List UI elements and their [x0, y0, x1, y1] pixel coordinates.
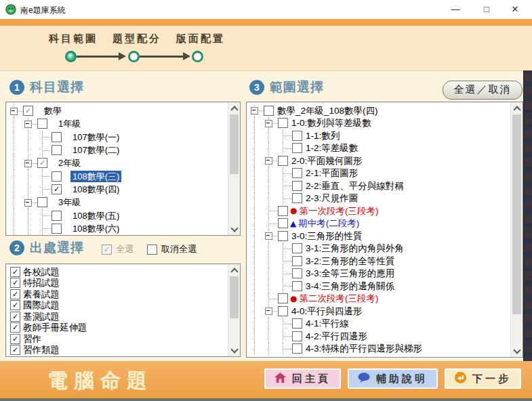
expander-minus-icon[interactable]	[24, 121, 32, 128]
tree-node-label[interactable]: 1-0:數列與等差級數	[289, 117, 373, 129]
tree-node-label[interactable]: 107數學(一)	[70, 131, 121, 143]
scroll-down-icon[interactable]	[511, 345, 523, 356]
checkbox[interactable]: ✓	[10, 267, 20, 277]
checkbox[interactable]: ✓	[10, 300, 20, 310]
tree-node-label[interactable]: 3-4:三角形的邊角關係	[304, 280, 396, 292]
checkbox[interactable]	[292, 193, 302, 203]
close-button[interactable]: ✕	[504, 0, 527, 19]
tree-node-label[interactable]: 2-1:平面圖形	[304, 167, 360, 179]
checkbox[interactable]	[278, 206, 288, 216]
checkbox[interactable]	[292, 318, 302, 329]
deselect-all-option[interactable]: 取消全選	[147, 243, 197, 255]
tree-node-label[interactable]: 3-1:三角形的內角與外角	[304, 242, 406, 254]
expander-minus-icon[interactable]	[24, 199, 32, 207]
checkbox[interactable]	[37, 197, 47, 207]
select-all-option[interactable]: ✓ 全選	[102, 243, 134, 255]
checkbox[interactable]	[52, 132, 62, 142]
expander-minus-icon[interactable]	[265, 120, 272, 127]
checkbox[interactable]: ✓	[10, 345, 20, 355]
tree-node-label[interactable]: 4-1:平行線	[304, 318, 351, 329]
checkbox[interactable]	[278, 218, 288, 228]
checkbox[interactable]	[292, 268, 302, 278]
scroll-down-icon[interactable]	[228, 224, 240, 234]
help-button[interactable]: 輔助說明	[348, 368, 438, 389]
checkbox[interactable]: ✓	[52, 184, 62, 194]
expander-minus-icon[interactable]	[265, 157, 272, 165]
scrollbar[interactable]	[228, 264, 240, 356]
checkbox[interactable]	[292, 131, 302, 141]
tree-node-label[interactable]: 1年級	[56, 118, 83, 129]
tree-node-label[interactable]: 第一次段考(三段考)	[298, 205, 380, 217]
checkbox[interactable]	[292, 331, 302, 341]
checkbox[interactable]: ✓	[37, 158, 47, 168]
expander-minus-icon[interactable]	[251, 107, 258, 114]
tree-node-label[interactable]: 期中考(二段考)	[298, 217, 361, 229]
expander-minus-icon[interactable]	[24, 160, 32, 167]
checkbox[interactable]	[292, 243, 302, 253]
tree-node-label[interactable]: 1-1:數列	[304, 130, 342, 142]
checkbox[interactable]: ✓	[10, 278, 20, 288]
select-all-toggle-button[interactable]: 全選／取消	[443, 81, 523, 100]
tree-node-label[interactable]: 3-2:三角形的全等性質	[304, 255, 396, 267]
tree-node-label[interactable]: 108數學(五)	[70, 210, 121, 221]
scrollbar-thumb[interactable]	[512, 114, 521, 314]
checkbox[interactable]	[52, 211, 62, 221]
source-list-item[interactable]: ✓習作類題	[7, 345, 228, 356]
range-tree-panel[interactable]: 數學_2年級_108數學(四)1-0:數列與等差級數1-1:數列1-2:等差級數…	[246, 102, 523, 358]
checkbox[interactable]	[52, 145, 62, 155]
source-list-item[interactable]: ✓基測試題	[7, 311, 228, 322]
tree-node-label[interactable]: 2-0:平面幾何圖形	[289, 155, 364, 167]
source-list-panel[interactable]: ✓各校試題✓特招試題✓素養試題✓國際試題✓基測試題✓教師手冊延伸題✓習作✓習作類…	[5, 263, 241, 357]
tree-node-label[interactable]: 第二次段考(三段考)	[298, 293, 380, 304]
scrollbar[interactable]	[228, 102, 240, 235]
checkbox[interactable]	[264, 106, 274, 116]
tree-node-label[interactable]: 3-0:三角形的性質	[289, 230, 364, 242]
checkbox[interactable]	[52, 224, 62, 234]
tree-node-label[interactable]: 2年級	[56, 157, 83, 169]
scroll-up-icon[interactable]	[228, 103, 240, 114]
source-list-item[interactable]: ✓習作	[7, 333, 228, 345]
home-button[interactable]: 回主頁	[264, 368, 341, 389]
expander-minus-icon[interactable]	[10, 108, 18, 115]
tree-node-label[interactable]: 3年級	[56, 196, 83, 208]
tree-node-label[interactable]: 數學_2年級_108數學(四)	[275, 105, 380, 117]
scrollbar-thumb[interactable]	[230, 114, 239, 174]
tree-node-label[interactable]: 4-2:平行四邊形	[304, 331, 369, 342]
checkbox[interactable]	[37, 119, 47, 129]
tree-node-label[interactable]: 3-3:全等三角形的應用	[304, 268, 396, 279]
scroll-up-icon[interactable]	[228, 265, 240, 276]
tree-node-label[interactable]: 2-3:尺規作圖	[304, 192, 360, 204]
scrollbar[interactable]	[510, 102, 523, 357]
tree-node-label[interactable]: 108數學(六)	[70, 223, 121, 234]
checkbox[interactable]	[52, 171, 62, 182]
scroll-up-icon[interactable]	[511, 103, 523, 114]
tree-node-label[interactable]: 108數學(四)	[70, 184, 121, 195]
source-list-item[interactable]: ✓特招試題	[7, 278, 228, 289]
expander-minus-icon[interactable]	[265, 232, 272, 240]
tree-node-label[interactable]: 4-3:特殊的平行四邊形與梯形	[304, 343, 424, 354]
tree-node-label[interactable]: 108數學(三)	[70, 171, 121, 182]
checkbox[interactable]	[292, 143, 302, 153]
subject-tree-panel[interactable]: ✓數學1年級107數學(一)107數學(二)✓2年級108數學(三)✓108數學…	[5, 102, 241, 236]
tree-node-label[interactable]: 數學	[42, 105, 64, 117]
deselect-all-checkbox[interactable]	[147, 245, 157, 255]
checkbox[interactable]: ✓	[10, 334, 20, 344]
scrollbar-thumb[interactable]	[230, 276, 239, 318]
checkbox[interactable]	[292, 343, 302, 354]
checkbox[interactable]	[292, 281, 302, 291]
checkbox[interactable]	[278, 306, 288, 316]
checkbox[interactable]: ✓	[10, 312, 20, 322]
expander-minus-icon[interactable]	[265, 308, 272, 315]
select-all-checkbox[interactable]: ✓	[102, 245, 112, 255]
tree-node-label[interactable]: 1-2:等差級數	[304, 142, 360, 154]
source-list-item[interactable]: ✓素養試題	[7, 289, 228, 300]
checkbox[interactable]	[292, 181, 302, 191]
checkbox[interactable]: ✓	[23, 106, 33, 116]
checkbox[interactable]: ✓	[10, 322, 20, 333]
next-step-button[interactable]: 下一步	[445, 368, 521, 389]
source-list-item[interactable]: ✓國際試題	[7, 300, 228, 312]
source-list-item[interactable]: ✓教師手冊延伸題	[7, 322, 228, 334]
checkbox[interactable]	[278, 156, 288, 166]
checkbox[interactable]	[278, 293, 288, 303]
checkbox[interactable]: ✓	[10, 289, 20, 299]
